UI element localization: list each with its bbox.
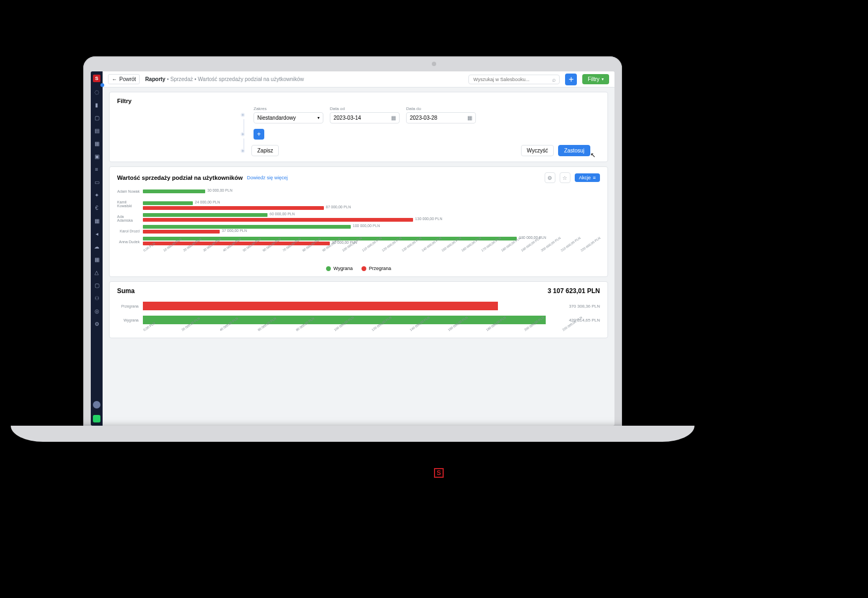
sum-title: Suma bbox=[117, 287, 135, 295]
back-button[interactable]: ← Powrót bbox=[108, 74, 140, 84]
gear-icon[interactable]: ✦ bbox=[93, 192, 100, 198]
date-from-label: Data od bbox=[330, 106, 400, 111]
bar-won bbox=[143, 213, 267, 217]
chart-ylabel: Ada Adamska bbox=[117, 215, 140, 222]
globe-icon[interactable]: ◌ bbox=[93, 89, 100, 95]
cursor-icon: ↖ bbox=[590, 151, 596, 159]
legend-won: Wygrana bbox=[326, 266, 353, 271]
chart-title: Wartość sprzedaży podział na użytkownikó… bbox=[117, 174, 243, 181]
topbar: ← Powrót Raporty • Sprzedaż • Wartość sp… bbox=[103, 71, 614, 87]
clear-button[interactable]: Wyczyść bbox=[521, 145, 554, 156]
calendar-icon: ▦ bbox=[467, 115, 472, 121]
send-icon[interactable]: ◂ bbox=[93, 230, 100, 237]
chart-favorite-button[interactable]: ☆ bbox=[560, 172, 570, 183]
bar-lost bbox=[143, 218, 413, 222]
book-icon[interactable]: ▢ bbox=[93, 282, 100, 288]
settings-icon[interactable]: ⚙ bbox=[93, 320, 100, 327]
range-select[interactable]: Niestandardowy▾ bbox=[254, 112, 323, 123]
clipboard-icon[interactable]: ▣ bbox=[93, 153, 100, 159]
calc-icon[interactable]: ▦ bbox=[93, 256, 100, 262]
chart-ylabel: Kamil Kowalski bbox=[117, 200, 140, 208]
doc-icon[interactable]: ▤ bbox=[93, 127, 100, 134]
target-icon[interactable]: ◎ bbox=[93, 308, 100, 314]
chart-icon[interactable]: ▮ bbox=[93, 101, 100, 108]
sum-bar-value: 370 308,36 PLN bbox=[569, 304, 600, 309]
star-icon: ☆ bbox=[562, 175, 567, 181]
bar-lost bbox=[143, 206, 324, 210]
filters-title: Filtry bbox=[117, 98, 600, 104]
folder-icon[interactable]: ▭ bbox=[93, 179, 100, 185]
calendar-icon: ▦ bbox=[391, 115, 396, 121]
bell-icon[interactable]: △ bbox=[93, 269, 100, 275]
apply-button[interactable]: Zastosuj bbox=[558, 145, 590, 156]
list-icon[interactable]: ≡ bbox=[93, 166, 100, 172]
sum-total: 3 107 623,01 PLN bbox=[548, 287, 600, 295]
legend-lost: Przegrana bbox=[361, 266, 392, 271]
chevron-down-icon: ▾ bbox=[602, 77, 604, 82]
notification-dot bbox=[100, 83, 104, 87]
gear-icon: ⚙ bbox=[547, 175, 552, 181]
chart-panel-users: Wartość sprzedaży podział na użytkownikó… bbox=[109, 166, 608, 277]
chart-panel-sum: Suma 3 107 623,01 PLN Przegrana370 308,3… bbox=[109, 281, 608, 338]
add-filter-button[interactable]: + bbox=[254, 129, 264, 140]
chart-ylabel: Anna Dudek bbox=[119, 240, 140, 244]
filters-panel: Filtry Zakres Niestandardowy▾ Da bbox=[109, 92, 608, 162]
date-to-input[interactable]: 2023-03-28▦ bbox=[406, 112, 476, 123]
bar-won bbox=[143, 225, 351, 229]
whatsapp-icon[interactable] bbox=[93, 415, 100, 422]
sum-bar bbox=[143, 302, 498, 310]
users-icon[interactable]: ⚇ bbox=[93, 295, 100, 301]
search-icon: ⌕ bbox=[552, 76, 556, 83]
arrow-left-icon: ← bbox=[112, 76, 117, 82]
bar-won bbox=[143, 201, 193, 205]
bar-lost bbox=[143, 230, 220, 234]
grid-icon[interactable]: ▦ bbox=[93, 217, 100, 224]
chart-ylabel: Adam Nowak bbox=[117, 189, 140, 193]
range-label: Zakres bbox=[254, 106, 323, 111]
user-avatar[interactable] bbox=[93, 401, 100, 409]
search-input[interactable] bbox=[472, 76, 549, 83]
euro-icon[interactable]: € bbox=[93, 205, 100, 211]
sum-ylabel: Przegrana bbox=[117, 304, 139, 308]
brand-logo-footer: S bbox=[434, 468, 444, 478]
app-sidebar: S ◌ ▮ ▢ ▤ ▦ ▣ ≡ ▭ ✦ € ▦ ◂ ☁ ▦ △ ▢ ⚇ ◎ ⚙ bbox=[91, 71, 103, 426]
learn-more-link[interactable]: Dowiedz się więcej bbox=[247, 175, 288, 180]
chart-actions-button[interactable]: Akcje ≡ bbox=[575, 173, 600, 182]
back-label: Powrót bbox=[119, 76, 136, 82]
monitor-icon[interactable]: ▢ bbox=[93, 114, 100, 121]
chart-settings-button[interactable]: ⚙ bbox=[545, 172, 555, 183]
add-button[interactable]: + bbox=[565, 74, 577, 85]
filters-toggle-button[interactable]: Filtry▾ bbox=[582, 74, 609, 84]
date-from-input[interactable]: 2023-03-14▦ bbox=[330, 112, 400, 123]
bar-won bbox=[143, 189, 205, 193]
chevron-down-icon: ▾ bbox=[317, 115, 320, 120]
cloud-icon[interactable]: ☁ bbox=[93, 243, 100, 250]
sum-ylabel: Wygrana bbox=[117, 318, 139, 322]
save-button[interactable]: Zapisz bbox=[251, 145, 279, 156]
box-icon[interactable]: ▦ bbox=[93, 140, 100, 147]
app-logo[interactable]: S bbox=[93, 75, 100, 82]
chart-ylabel: Karol Drozd bbox=[120, 229, 140, 233]
breadcrumb: Raporty • Sprzedaż • Wartość sprzedaży p… bbox=[145, 76, 304, 82]
date-to-label: Data do bbox=[406, 106, 476, 111]
global-search[interactable]: ⌕ bbox=[468, 75, 560, 84]
